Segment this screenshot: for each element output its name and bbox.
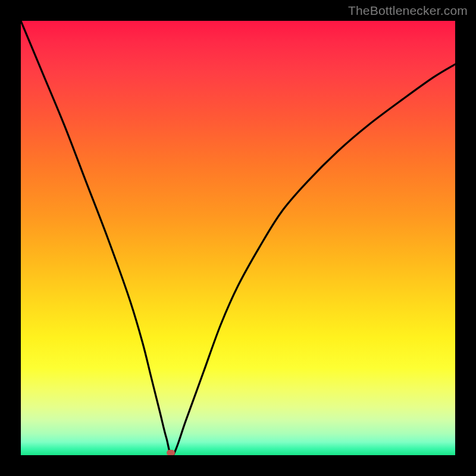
chart-frame: TheBottlenecker.com (0, 0, 476, 476)
bottleneck-curve (21, 21, 455, 455)
optimum-marker (167, 450, 175, 455)
attribution-label: TheBottlenecker.com (348, 4, 468, 18)
curve-path (21, 21, 455, 455)
plot-area (21, 21, 455, 455)
